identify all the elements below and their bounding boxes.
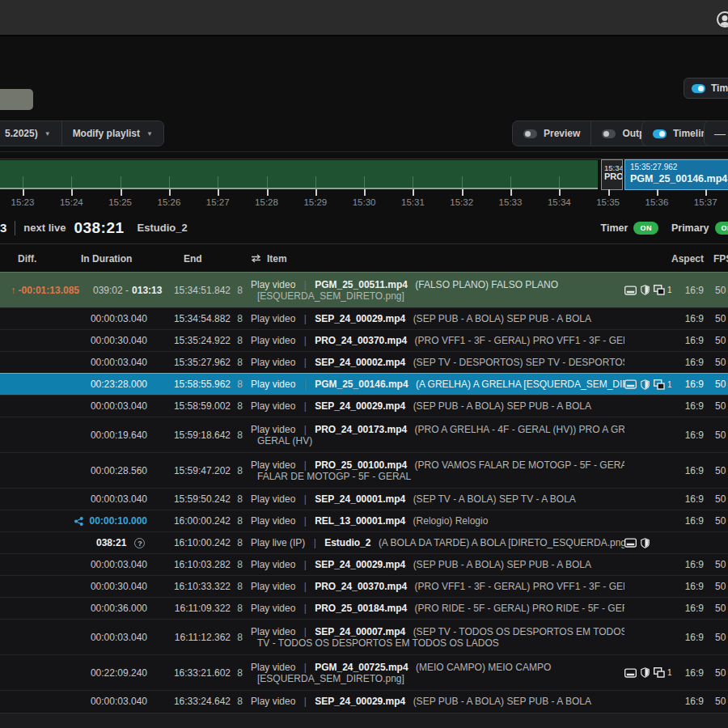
item-name: Estudio_2 — [324, 537, 370, 548]
fps-value: 50 — [704, 632, 728, 643]
aspect-value: 16:9 — [667, 493, 704, 505]
next-live-label: next live — [23, 222, 66, 234]
duration-cell: 00:00:03.040 ? — [81, 313, 147, 324]
duration-cell: 00:00:28.560 ? — [81, 465, 147, 476]
timeline[interactable]: 15:34 PRO 15:35:27.962 PGM_25_00146.mp4 … — [0, 155, 728, 210]
channel-value: 8 — [231, 493, 249, 505]
item-cell: Play video | REL_13_00001.mp4 (Relogio) … — [249, 515, 624, 527]
item-cell: Play video | PRO_25_00184.mp4 (PRO RIDE … — [249, 603, 624, 614]
timer-switch[interactable]: Timer ON — [601, 222, 658, 235]
fps-value: 50 — [704, 493, 728, 505]
header-fps[interactable]: FPS — [704, 253, 728, 265]
collapse-button[interactable]: — — [704, 121, 728, 146]
table-row[interactable]: 00:00:03.040 ? 15:58:59.002 8 Play video… — [0, 395, 728, 417]
item-cell: Play video | PGM_25_00511.mp4 (FALSO PLA… — [249, 279, 624, 302]
header-in-duration[interactable]: In Duration — [81, 253, 147, 265]
header-item[interactable]: Item — [267, 253, 287, 265]
end-time: 16:10:33.322 — [147, 581, 231, 592]
playlist-button-group: 5.2025) ▼ Modify playlist ▼ — [0, 121, 164, 146]
duration-cell: 00:22:09.240 ? — [81, 667, 147, 679]
timeline-toggle-top[interactable]: Timeline — [684, 78, 728, 99]
table-row[interactable]: 00:00:03.040 ? 16:11:12.362 8 Play video… — [0, 619, 728, 654]
timeline-tick-label: 15:37 — [694, 197, 717, 207]
timeline-tick-label: 15:26 — [158, 197, 181, 207]
item-cell: Play video | SEP_24_00002.mp4 (SEP TV - … — [249, 357, 624, 368]
table-row[interactable]: 00:23:28.000 ? 15:58:55.962 8 Play video… — [0, 373, 728, 395]
timeline-segment-selected[interactable]: 15:35:27.962 PGM_25_00146.mp4 ( — [624, 159, 728, 190]
table-row[interactable]: 00:00:10.000 ? 16:00:00.242 8 Play video… — [0, 510, 728, 531]
timeline-tick-label: 15:24 — [60, 197, 83, 207]
item-name: SEP_24_00029.mp4 — [315, 400, 405, 412]
view-toggle-preview[interactable]: Preview — [513, 121, 590, 146]
fps-value: 50 — [704, 559, 728, 570]
header-diff[interactable]: Diff. — [0, 253, 81, 265]
end-time: 15:58:55.962 — [147, 379, 231, 390]
item-name: PRO_25_00184.mp4 — [315, 603, 407, 614]
channel-value: 8 — [231, 285, 249, 296]
item-action: Play video — [251, 581, 295, 592]
item-name: PGM_25_00146.mp4 — [315, 379, 408, 390]
table-row[interactable]: 00:00:30.040 ? 15:35:24.922 8 Play video… — [0, 329, 728, 351]
table-row[interactable]: 00:00:28.560 ? 15:59:47.202 8 Play video… — [0, 452, 728, 488]
timeline-segment-playing[interactable] — [0, 160, 598, 189]
duration-cell: 00:00:30.040 ? — [81, 581, 147, 592]
table-row[interactable]: 038:21 ? 16:10:00.242 8 Play live (IP) |… — [0, 531, 728, 553]
header-end[interactable]: End — [147, 253, 231, 265]
fps-value: 50 — [704, 285, 728, 296]
user-avatar-icon[interactable] — [717, 11, 728, 28]
item-meta: (FALSO PLANO) FALSO PLANO — [415, 279, 558, 290]
banner-icon — [624, 286, 637, 295]
shield-icon — [641, 285, 650, 295]
duration-cell: 00:00:30.040 ? — [81, 335, 147, 346]
table-row[interactable]: 00:00:03.040 ? 15:35:27.962 8 Play video… — [0, 351, 728, 373]
timeline-segment-small[interactable]: 15:34 PRO — [601, 159, 623, 190]
layers-icon — [654, 285, 665, 295]
item-action: Play video — [251, 400, 295, 412]
modify-playlist-button[interactable]: Modify playlist ▼ — [62, 121, 163, 146]
duration-cell: 00:00:36.000 ? — [81, 603, 147, 614]
item-meta: (PRO VFF1 - 3F - GERAL) PRO VFF1 - 3F - … — [415, 581, 624, 592]
channel-value: 8 — [231, 537, 249, 548]
channel-value: 8 — [231, 430, 249, 441]
channel-value: 8 — [231, 335, 249, 346]
toggle-icon — [523, 129, 537, 138]
table-row[interactable]: 00:00:30.040 ? 16:10:33.322 8 Play video… — [0, 575, 728, 597]
item-meta: (SEP TV - TODOS OS DESPORTOS EM TODOS OS… — [413, 626, 624, 637]
end-time: 15:34:51.842 — [147, 285, 231, 296]
item-cell: Play video | PRO_24_00173.mp4 (PRO A GRE… — [249, 424, 624, 447]
header-aspect[interactable]: Aspect — [667, 253, 704, 265]
aspect-value: 16:9 — [667, 667, 704, 679]
item-meta: (SEP PUB - A BOLA) SEP PUB - A BOLA — [413, 696, 591, 707]
playlist-select-button[interactable]: 5.2025) ▼ — [0, 121, 61, 146]
table-row[interactable]: 00:00:36.000 ? 16:11:09.322 8 Play video… — [0, 597, 728, 619]
banner-icon — [624, 668, 637, 678]
timeline-tick-label: 15:29 — [303, 197, 327, 207]
fps-value: 50 — [704, 603, 728, 614]
duration-value: 00:23:28.000 — [91, 379, 147, 390]
item-cell: Play video | SEP_24_00029.mp4 (SEP PUB -… — [249, 400, 624, 412]
duration-value: 00:00:19.640 — [91, 430, 147, 441]
left-edge-button[interactable] — [0, 89, 33, 110]
item-meta-line2: TV - TODOS OS DESPORTOS EM TODOS OS LADO… — [251, 637, 624, 649]
timeline-tick-label: 15:31 — [401, 197, 425, 207]
channel-value: 8 — [231, 603, 249, 614]
item-meta-line2: [ESQUERDA_SEM_DIRETO.png] — [251, 290, 624, 302]
primary-switch[interactable]: Primary ON — [671, 222, 728, 235]
item-action: Play video — [251, 696, 295, 707]
table-row[interactable]: 00:00:03.040 ? 16:33:24.642 8 Play video… — [0, 690, 728, 712]
table-row[interactable]: 00:00:03.040 ? 15:59:50.242 8 Play video… — [0, 488, 728, 510]
table-row[interactable]: ↑ -00:01:13.085 039:02 - 013:13 ? 15:34:… — [0, 272, 728, 307]
table-row[interactable]: 00:00:03.040 ? 16:10:03.282 8 Play video… — [0, 553, 728, 575]
timeline-tick-label: 15:28 — [255, 197, 278, 207]
duration-value: 00:00:03.040 — [91, 357, 147, 368]
table-row[interactable]: 00:00:03.040 ? 15:34:54.882 8 Play video… — [0, 307, 728, 329]
table-row[interactable]: 00:00:19.640 ? 15:59:18.642 8 Play video… — [0, 417, 728, 452]
channel-value: 8 — [231, 465, 249, 476]
timeline-tick-label: 15:32 — [450, 197, 473, 207]
table-row[interactable]: 00:22:09.240 ? 16:33:21.602 8 Play video… — [0, 654, 728, 690]
fps-value: 50 — [704, 581, 728, 592]
banner-icon — [624, 379, 637, 389]
channel-value: 8 — [231, 400, 249, 412]
item-cell: Play video | PRO_24_00370.mp4 (PRO VFF1 … — [249, 335, 624, 346]
timeline-tick-label: 15:23 — [11, 197, 35, 207]
